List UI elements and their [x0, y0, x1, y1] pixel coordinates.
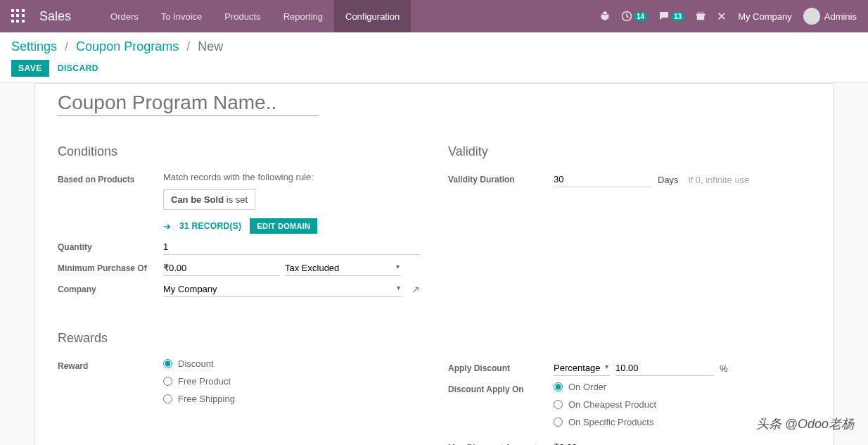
nav-item-reporting[interactable]: Reporting — [272, 0, 334, 32]
bug-icon[interactable] — [600, 11, 610, 21]
days-label: Days — [658, 175, 679, 185]
records-link[interactable]: 31 RECORD(S) — [179, 221, 241, 231]
activities-icon[interactable]: 14 — [621, 11, 647, 22]
arrow-right-icon: ➔ — [163, 221, 171, 232]
user-menu[interactable]: Adminis — [803, 8, 857, 25]
apply-on-cheapest[interactable]: On Cheapest Product — [554, 399, 810, 410]
apply-on-order[interactable]: On Order — [554, 382, 810, 392]
label-min-purchase: Minimum Purchase Of — [58, 261, 163, 273]
reward-option-free-shipping[interactable]: Free Shipping — [163, 394, 420, 404]
control-panel: Settings / Coupon Programs / New SAVE DI… — [0, 32, 868, 83]
label-reward: Reward — [58, 358, 163, 371]
discount-value-input[interactable] — [615, 361, 714, 376]
tax-rule-select[interactable]: Tax Excluded — [285, 261, 401, 276]
nav-menu: Orders To Invoice Products Reporting Con… — [99, 0, 411, 32]
discount-type-select[interactable]: Percentage — [554, 361, 610, 376]
section-conditions: Conditions — [58, 144, 420, 159]
label-company: Company — [58, 282, 163, 294]
breadcrumb-root[interactable]: Settings — [11, 39, 57, 54]
external-link-icon[interactable]: ↗ — [411, 284, 420, 295]
max-discount-input[interactable] — [554, 440, 624, 445]
company-selector[interactable]: My Company — [738, 11, 792, 22]
top-navbar: Sales Orders To Invoice Products Reporti… — [0, 0, 868, 32]
reward-option-free-product[interactable]: Free Product — [163, 376, 420, 387]
min-purchase-input[interactable] — [163, 261, 279, 276]
messages-icon[interactable]: 13 — [658, 11, 684, 22]
company-select[interactable]: My Company — [163, 282, 402, 297]
user-name: Adminis — [824, 11, 857, 22]
label-validity-duration: Validity Duration — [448, 172, 554, 184]
nav-right: 14 13 My Company Adminis — [600, 8, 857, 25]
breadcrumb-parent[interactable]: Coupon Programs — [76, 39, 179, 54]
edit-domain-button[interactable]: EDIT DOMAIN — [250, 218, 317, 234]
nav-item-configuration[interactable]: Configuration — [334, 0, 411, 32]
nav-item-to-invoice[interactable]: To Invoice — [150, 0, 214, 32]
validity-duration-input[interactable] — [554, 172, 652, 187]
breadcrumb-current: New — [198, 39, 223, 54]
avatar — [803, 8, 820, 25]
validity-hint: if 0, infinite use — [689, 175, 750, 185]
apps-icon[interactable] — [11, 9, 25, 23]
domain-match-text: Match records with the following rule: — [163, 172, 420, 182]
label-max-discount: Max Discount Amount — [448, 440, 554, 445]
label-discount-apply-on: Discount Apply On — [448, 382, 554, 394]
form-sheet: Conditions Based on Products Match recor… — [34, 83, 834, 445]
gift-icon[interactable] — [696, 11, 706, 21]
section-rewards: Rewards — [58, 331, 420, 346]
section-validity: Validity — [448, 144, 810, 159]
label-based-on-products: Based on Products — [58, 172, 163, 184]
messages-badge: 13 — [671, 12, 684, 21]
nav-item-products[interactable]: Products — [213, 0, 272, 32]
apply-on-specific[interactable]: On Specific Products — [554, 417, 810, 427]
breadcrumb: Settings / Coupon Programs / New — [11, 39, 857, 54]
app-brand[interactable]: Sales — [39, 9, 71, 24]
tools-icon[interactable] — [717, 11, 727, 21]
activities-badge: 14 — [634, 12, 647, 21]
max-discount-hint: if 0, no l — [634, 443, 666, 446]
save-button[interactable]: SAVE — [11, 60, 49, 77]
quantity-input[interactable] — [163, 239, 420, 255]
domain-tag: Can be Sold is set — [163, 189, 255, 210]
label-apply-discount: Apply Discount — [448, 361, 554, 373]
discard-button[interactable]: DISCARD — [58, 63, 98, 73]
label-quantity: Quantity — [58, 239, 163, 252]
percent-symbol: % — [720, 363, 728, 374]
program-name-input[interactable] — [58, 90, 318, 116]
nav-item-orders[interactable]: Orders — [99, 0, 150, 32]
reward-option-discount[interactable]: Discount — [163, 358, 420, 369]
